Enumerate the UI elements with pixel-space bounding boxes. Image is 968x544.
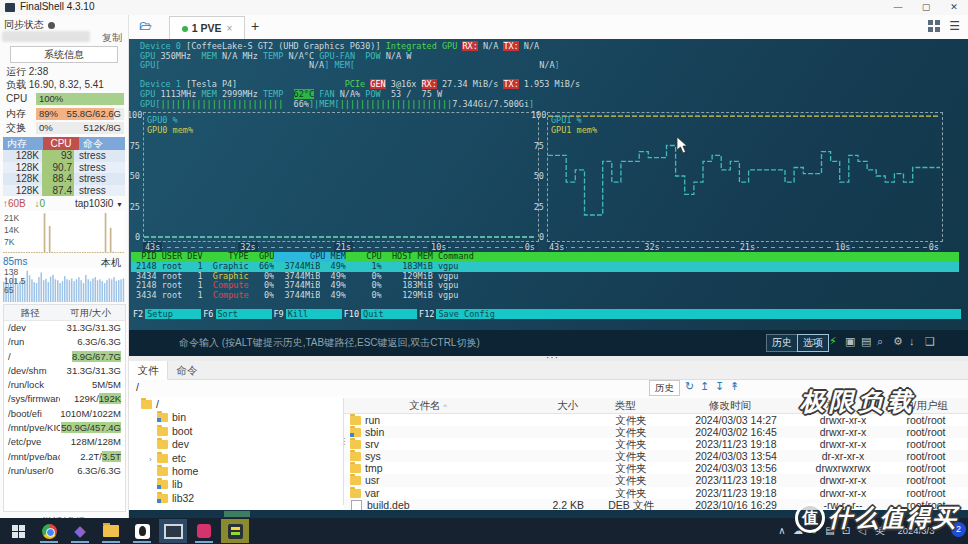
disk-row[interactable]: /mnt/pve/KIO...50.9G/457.4G <box>4 421 125 435</box>
y-tick-label: 25 <box>531 202 544 212</box>
title-bar: FinalShell 4.3.10 — ▢ ✕ <box>0 0 968 15</box>
fkey-f2[interactable]: F2 <box>131 309 145 319</box>
file-row-usr[interactable]: usr文件夹2023/11/23 19:18drwxr-xr-xroot/roo… <box>344 474 968 486</box>
search-icon[interactable]: ⌕ <box>877 335 883 348</box>
directory-tree[interactable]: / bin boot dev›etc home lib lib32 lib64 <box>129 398 344 505</box>
process-table-header[interactable]: 内存 CPU 命令 <box>3 137 125 150</box>
fkey-f6[interactable]: F6 <box>201 309 215 319</box>
image-viewer[interactable] <box>190 519 218 543</box>
tab-commands[interactable]: 命令 <box>168 361 206 379</box>
x-tick-label: 32s <box>642 242 661 252</box>
file-row-sbin[interactable]: sbin文件夹2024/03/02 16:45drwxr-xr-xroot/ro… <box>344 426 968 438</box>
minimize-button[interactable]: — <box>884 0 912 15</box>
flash-icon[interactable]: ⚡ <box>829 335 837 348</box>
disk-row[interactable]: /run/user/06.3G/6.3G <box>4 464 125 478</box>
disk-row[interactable]: /run/lock5M/5M <box>4 378 125 392</box>
sidebar-process-row[interactable]: 128K87.4stress <box>3 185 125 197</box>
monitor-icon[interactable]: ❑ <box>925 335 935 348</box>
fkey-f10[interactable]: F10 <box>342 309 361 319</box>
load-average: 负载 16.90, 8.32, 5.41 <box>6 78 134 92</box>
fkey-action-quit[interactable]: Quit <box>361 309 417 319</box>
tab-pve[interactable]: 1 PVE× <box>169 16 245 40</box>
gpu-process-row[interactable]: 3434 root1Compute0%3744MiB49%0%129MiB vg… <box>131 291 959 301</box>
fkey-action-save-config[interactable]: Save Config <box>436 309 961 319</box>
tree-item-lib[interactable]: lib <box>129 478 343 491</box>
history-button[interactable]: 历史 <box>766 334 798 352</box>
gpu-process-row[interactable]: 2148 root1Graphic66%3744MiB49%1%183MiB v… <box>131 262 959 272</box>
disk-row[interactable]: /sys/firmware/...129K/192K <box>4 392 125 406</box>
tree-item-home[interactable]: home <box>129 465 343 478</box>
fkey-bar[interactable]: F2SetupF6SortF9KillF10QuitF12Save Config <box>131 309 961 319</box>
chrome[interactable] <box>35 519 63 543</box>
sidebar-process-row[interactable]: 128K93stress <box>3 150 125 162</box>
terminal[interactable]: Device 0 [CoffeeLake-S GT2 (UHD Graphics… <box>129 39 968 330</box>
gpu-process-table[interactable]: PID USERDEVTYPEGPUGPU MEMCPUHOST MEM Com… <box>131 252 959 301</box>
start-button[interactable] <box>4 519 32 543</box>
tree-item-etc[interactable]: ›etc <box>129 452 343 465</box>
options-button[interactable]: 选项 <box>797 334 829 352</box>
gear-icon[interactable]: ⚙ <box>893 335 903 348</box>
paste-icon[interactable]: ▤ <box>861 335 871 348</box>
gpu-process-row[interactable]: 3434 root1Graphic0%3744MiB49%0%129MiB vg… <box>131 272 959 282</box>
fkey-action-kill[interactable]: Kill <box>286 309 342 319</box>
up-level-icon[interactable]: ↥ <box>700 380 709 393</box>
finalshell[interactable] <box>221 519 249 543</box>
tree-item-dev[interactable]: dev <box>129 438 343 451</box>
new-tab-button[interactable]: + <box>251 18 259 34</box>
copy-icon[interactable]: ▣ <box>845 335 855 348</box>
gpu0-chart: GPU0 % GPU0 mem% <box>143 112 539 242</box>
fkey-action-setup[interactable]: Setup <box>145 309 201 319</box>
disk-row[interactable]: /mnt/pve/back...2.2T/3.5T <box>4 450 125 464</box>
gpu0-chart-xticks: 43s32s21s10s0s <box>143 242 537 252</box>
tree-item-boot[interactable]: boot <box>129 425 343 438</box>
interface-select[interactable]: tap103i0 ▼ <box>75 198 123 209</box>
disk-row[interactable]: /dev/shm31.3G/31.3G <box>4 364 125 378</box>
upload-file-icon[interactable]: ↟ <box>730 380 739 393</box>
terminal-line: GPU[|||||||||||||||||||||||| 66%]|MEM[||… <box>140 100 968 110</box>
disk-row[interactable]: /dev31.3G/31.3G <box>4 321 125 335</box>
layout-grid-icon[interactable] <box>928 20 940 32</box>
download-file-icon[interactable]: ↧ <box>715 380 724 393</box>
tree-item-root[interactable]: / <box>129 398 343 411</box>
close-button[interactable]: ✕ <box>940 0 968 15</box>
file-panel-tabs: 文件 命令 <box>129 361 968 380</box>
tree-item-bin[interactable]: bin <box>129 411 343 424</box>
monitor-app[interactable] <box>159 519 187 543</box>
disk-row[interactable]: /etc/pve128M/128M <box>4 435 125 449</box>
connections-folder-icon[interactable]: 🗁 <box>139 19 156 32</box>
fkey-f12[interactable]: F12 <box>417 309 436 319</box>
refresh-icon[interactable]: ↻ <box>685 380 694 393</box>
terminal-line: GPU[ N/A] MEM[ N/A] <box>140 61 968 71</box>
file-row-srv[interactable]: srv文件夹2023/11/23 19:18drwxr-xr-xroot/roo… <box>344 438 968 450</box>
utools[interactable]: ◆ <box>66 519 94 543</box>
command-input[interactable]: 命令输入 (按ALT键提示历史,TAB键路径,ESC键返回,双击CTRL切换) <box>179 336 480 350</box>
file-row-tmp[interactable]: tmp文件夹2024/03/03 13:56drwxrwxrwxroot/roo… <box>344 462 968 474</box>
file-history-button[interactable]: 历史 <box>649 380 680 396</box>
disk-table-header[interactable]: 路径 可用/大小 <box>4 305 125 321</box>
hamburger-menu-icon[interactable]: ☰ <box>949 19 960 33</box>
qq[interactable] <box>128 519 156 543</box>
y-tick-label: 25 <box>127 202 140 212</box>
sidebar-process-row[interactable]: 128K90.7stress <box>3 162 125 174</box>
explorer[interactable] <box>97 519 125 543</box>
path-input[interactable]: / <box>136 381 139 393</box>
tray-expand-icon[interactable]: ∧ <box>774 518 790 544</box>
tree-item-lib32[interactable]: lib32 <box>129 492 343 505</box>
gpu1-chart: GPU1 % GPU1 mem% <box>547 112 943 242</box>
copy-button[interactable]: 复制 <box>102 31 122 45</box>
tab-files[interactable]: 文件 <box>129 361 168 380</box>
disk-row[interactable]: /boot/efi1010M/1022M <box>4 407 125 421</box>
gpu-process-row[interactable]: 2148 root1Compute0%3744MiB49%0%183MiB vg… <box>131 281 959 291</box>
fkey-action-sort[interactable]: Sort <box>216 309 272 319</box>
tab-close-icon[interactable]: × <box>226 23 232 34</box>
maximize-button[interactable]: ▢ <box>912 0 940 15</box>
file-row-sys[interactable]: sys文件夹2024/03/03 13:54dr-xr-xr-xroot/roo… <box>344 450 968 462</box>
file-row-var[interactable]: var文件夹2023/11/23 19:18drwxr-xr-xroot/roo… <box>344 487 968 499</box>
disk-row[interactable]: /8.9G/67.7G <box>4 350 125 364</box>
sidebar-process-row[interactable]: 128K88.4stress <box>3 173 125 185</box>
disk-row[interactable]: /run6.3G/6.3G <box>4 335 125 349</box>
system-info-button[interactable]: 系统信息 <box>10 46 118 63</box>
download-icon[interactable]: ↓ <box>909 335 915 347</box>
fkey-f9[interactable]: F9 <box>272 309 286 319</box>
gpu-process-header[interactable]: PID USERDEVTYPEGPUGPU MEMCPUHOST MEM Com… <box>131 252 959 262</box>
